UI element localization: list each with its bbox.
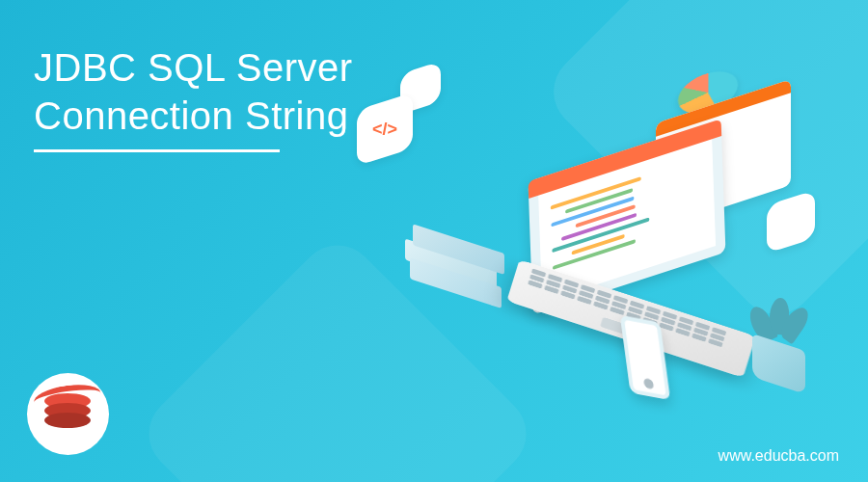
logo-badge xyxy=(27,373,109,455)
title-line-1: JDBC SQL Server xyxy=(34,46,353,89)
title-underline xyxy=(34,149,280,152)
isometric-illustration: </> xyxy=(347,67,829,434)
plant-icon xyxy=(752,342,805,386)
code-tag-icon: </> xyxy=(372,120,397,140)
laptop-icon xyxy=(530,149,723,284)
code-tag-card: </> xyxy=(357,93,413,167)
sql-server-icon xyxy=(41,388,95,441)
title-line-2: Connection String xyxy=(34,94,348,137)
floating-card xyxy=(767,190,815,254)
books-stack-icon xyxy=(405,222,497,304)
hero-banner: JDBC SQL Server Connection String www.ed… xyxy=(0,0,868,482)
website-url: www.educba.com xyxy=(719,447,839,465)
page-title: JDBC SQL Server Connection String xyxy=(34,43,353,140)
code-lines xyxy=(538,131,716,285)
